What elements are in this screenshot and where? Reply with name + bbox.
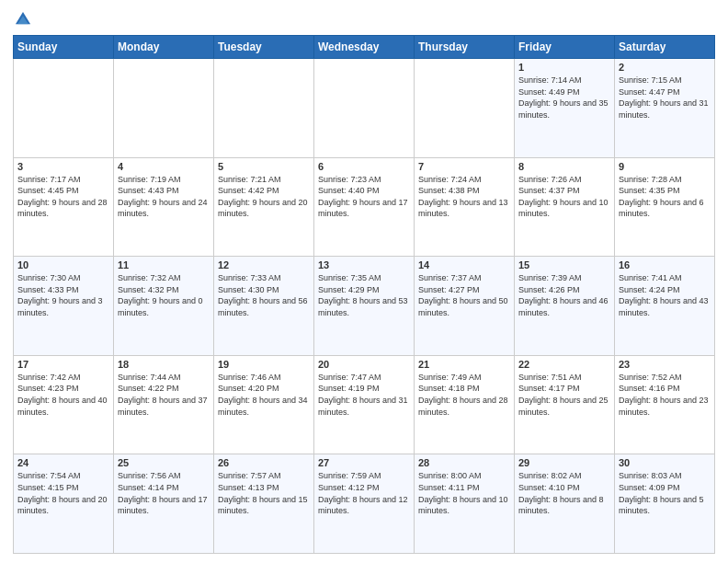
day-number: 5 [218, 161, 310, 172]
calendar-cell: 1Sunrise: 7:14 AM Sunset: 4:49 PM Daylig… [515, 59, 615, 158]
page: SundayMondayTuesdayWednesdayThursdayFrid… [0, 0, 728, 563]
calendar-cell: 19Sunrise: 7:46 AM Sunset: 4:20 PM Dayli… [214, 355, 314, 454]
day-number: 29 [518, 457, 610, 468]
calendar-cell: 20Sunrise: 7:47 AM Sunset: 4:19 PM Dayli… [314, 355, 415, 454]
calendar-cell: 12Sunrise: 7:33 AM Sunset: 4:30 PM Dayli… [214, 257, 314, 356]
day-info: Sunrise: 7:59 AM Sunset: 4:12 PM Dayligh… [318, 470, 410, 516]
day-info: Sunrise: 7:15 AM Sunset: 4:47 PM Dayligh… [619, 75, 711, 121]
calendar-week-row: 24Sunrise: 7:54 AM Sunset: 4:15 PM Dayli… [14, 454, 715, 554]
day-info: Sunrise: 7:23 AM Sunset: 4:40 PM Dayligh… [318, 174, 410, 220]
calendar-cell: 15Sunrise: 7:39 AM Sunset: 4:26 PM Dayli… [515, 257, 615, 356]
calendar-cell: 6Sunrise: 7:23 AM Sunset: 4:40 PM Daylig… [314, 157, 415, 257]
day-number: 24 [17, 457, 109, 468]
day-number: 13 [318, 259, 410, 270]
weekday-header: Wednesday [314, 36, 415, 59]
day-info: Sunrise: 7:49 AM Sunset: 4:18 PM Dayligh… [418, 372, 510, 418]
calendar-cell: 10Sunrise: 7:30 AM Sunset: 4:33 PM Dayli… [14, 257, 114, 356]
day-info: Sunrise: 7:41 AM Sunset: 4:24 PM Dayligh… [619, 272, 711, 318]
day-number: 8 [518, 161, 610, 172]
day-number: 22 [518, 359, 610, 370]
day-number: 16 [619, 259, 711, 270]
day-info: Sunrise: 7:21 AM Sunset: 4:42 PM Dayligh… [218, 174, 310, 220]
day-info: Sunrise: 7:19 AM Sunset: 4:43 PM Dayligh… [118, 174, 210, 220]
weekday-header: Monday [114, 36, 214, 59]
calendar-week-row: 17Sunrise: 7:42 AM Sunset: 4:23 PM Dayli… [14, 355, 715, 454]
calendar-cell: 4Sunrise: 7:19 AM Sunset: 4:43 PM Daylig… [114, 157, 214, 257]
day-number: 7 [418, 161, 510, 172]
day-number: 14 [418, 259, 510, 270]
calendar-cell [314, 59, 415, 158]
weekday-header: Friday [515, 36, 615, 59]
day-number: 2 [619, 62, 711, 73]
calendar-week-row: 1Sunrise: 7:14 AM Sunset: 4:49 PM Daylig… [14, 59, 715, 158]
calendar-cell [14, 59, 114, 158]
day-number: 30 [619, 457, 711, 468]
calendar-cell: 25Sunrise: 7:56 AM Sunset: 4:14 PM Dayli… [114, 454, 214, 554]
day-number: 10 [17, 259, 109, 270]
logo-icon [13, 9, 33, 29]
day-number: 25 [118, 457, 210, 468]
day-number: 23 [619, 359, 711, 370]
day-number: 27 [318, 457, 410, 468]
day-info: Sunrise: 7:14 AM Sunset: 4:49 PM Dayligh… [518, 75, 610, 121]
day-info: Sunrise: 8:03 AM Sunset: 4:09 PM Dayligh… [619, 470, 711, 516]
day-info: Sunrise: 7:54 AM Sunset: 4:15 PM Dayligh… [17, 470, 109, 516]
calendar-header: SundayMondayTuesdayWednesdayThursdayFrid… [14, 36, 715, 59]
logo [13, 9, 37, 29]
day-info: Sunrise: 7:33 AM Sunset: 4:30 PM Dayligh… [218, 272, 310, 318]
calendar-cell [214, 59, 314, 158]
day-info: Sunrise: 7:51 AM Sunset: 4:17 PM Dayligh… [518, 372, 610, 418]
weekday-header: Tuesday [214, 36, 314, 59]
day-info: Sunrise: 7:24 AM Sunset: 4:38 PM Dayligh… [418, 174, 510, 220]
calendar-cell: 3Sunrise: 7:17 AM Sunset: 4:45 PM Daylig… [14, 157, 114, 257]
calendar-cell: 18Sunrise: 7:44 AM Sunset: 4:22 PM Dayli… [114, 355, 214, 454]
day-number: 26 [218, 457, 310, 468]
day-info: Sunrise: 7:52 AM Sunset: 4:16 PM Dayligh… [619, 372, 711, 418]
day-number: 9 [619, 161, 711, 172]
day-info: Sunrise: 7:35 AM Sunset: 4:29 PM Dayligh… [318, 272, 410, 318]
weekday-header: Saturday [615, 36, 715, 59]
weekday-row: SundayMondayTuesdayWednesdayThursdayFrid… [14, 36, 715, 59]
calendar-cell: 27Sunrise: 7:59 AM Sunset: 4:12 PM Dayli… [314, 454, 415, 554]
day-info: Sunrise: 7:56 AM Sunset: 4:14 PM Dayligh… [118, 470, 210, 516]
weekday-header: Sunday [14, 36, 114, 59]
calendar-cell: 30Sunrise: 8:03 AM Sunset: 4:09 PM Dayli… [615, 454, 715, 554]
calendar-cell: 2Sunrise: 7:15 AM Sunset: 4:47 PM Daylig… [615, 59, 715, 158]
day-info: Sunrise: 7:30 AM Sunset: 4:33 PM Dayligh… [17, 272, 109, 318]
day-info: Sunrise: 7:47 AM Sunset: 4:19 PM Dayligh… [318, 372, 410, 418]
calendar-cell: 28Sunrise: 8:00 AM Sunset: 4:11 PM Dayli… [415, 454, 515, 554]
day-number: 4 [118, 161, 210, 172]
calendar-week-row: 3Sunrise: 7:17 AM Sunset: 4:45 PM Daylig… [14, 157, 715, 257]
calendar-cell [415, 59, 515, 158]
day-info: Sunrise: 7:32 AM Sunset: 4:32 PM Dayligh… [118, 272, 210, 318]
day-info: Sunrise: 7:26 AM Sunset: 4:37 PM Dayligh… [518, 174, 610, 220]
day-info: Sunrise: 8:02 AM Sunset: 4:10 PM Dayligh… [518, 470, 610, 516]
calendar-cell: 24Sunrise: 7:54 AM Sunset: 4:15 PM Dayli… [14, 454, 114, 554]
day-number: 20 [318, 359, 410, 370]
day-number: 19 [218, 359, 310, 370]
day-number: 21 [418, 359, 510, 370]
calendar-cell: 16Sunrise: 7:41 AM Sunset: 4:24 PM Dayli… [615, 257, 715, 356]
day-number: 1 [518, 62, 610, 73]
day-info: Sunrise: 7:39 AM Sunset: 4:26 PM Dayligh… [518, 272, 610, 318]
calendar-cell: 17Sunrise: 7:42 AM Sunset: 4:23 PM Dayli… [14, 355, 114, 454]
calendar-cell [114, 59, 214, 158]
calendar-cell: 11Sunrise: 7:32 AM Sunset: 4:32 PM Dayli… [114, 257, 214, 356]
day-info: Sunrise: 8:00 AM Sunset: 4:11 PM Dayligh… [418, 470, 510, 516]
day-info: Sunrise: 7:57 AM Sunset: 4:13 PM Dayligh… [218, 470, 310, 516]
calendar-cell: 26Sunrise: 7:57 AM Sunset: 4:13 PM Dayli… [214, 454, 314, 554]
calendar-cell: 13Sunrise: 7:35 AM Sunset: 4:29 PM Dayli… [314, 257, 415, 356]
calendar-cell: 5Sunrise: 7:21 AM Sunset: 4:42 PM Daylig… [214, 157, 314, 257]
calendar-cell: 29Sunrise: 8:02 AM Sunset: 4:10 PM Dayli… [515, 454, 615, 554]
calendar-cell: 7Sunrise: 7:24 AM Sunset: 4:38 PM Daylig… [415, 157, 515, 257]
calendar: SundayMondayTuesdayWednesdayThursdayFrid… [13, 35, 715, 554]
day-info: Sunrise: 7:17 AM Sunset: 4:45 PM Dayligh… [17, 174, 109, 220]
calendar-cell: 22Sunrise: 7:51 AM Sunset: 4:17 PM Dayli… [515, 355, 615, 454]
day-number: 28 [418, 457, 510, 468]
calendar-body: 1Sunrise: 7:14 AM Sunset: 4:49 PM Daylig… [14, 59, 715, 554]
weekday-header: Thursday [415, 36, 515, 59]
calendar-week-row: 10Sunrise: 7:30 AM Sunset: 4:33 PM Dayli… [14, 257, 715, 356]
day-info: Sunrise: 7:28 AM Sunset: 4:35 PM Dayligh… [619, 174, 711, 220]
calendar-cell: 21Sunrise: 7:49 AM Sunset: 4:18 PM Dayli… [415, 355, 515, 454]
day-info: Sunrise: 7:42 AM Sunset: 4:23 PM Dayligh… [17, 372, 109, 418]
